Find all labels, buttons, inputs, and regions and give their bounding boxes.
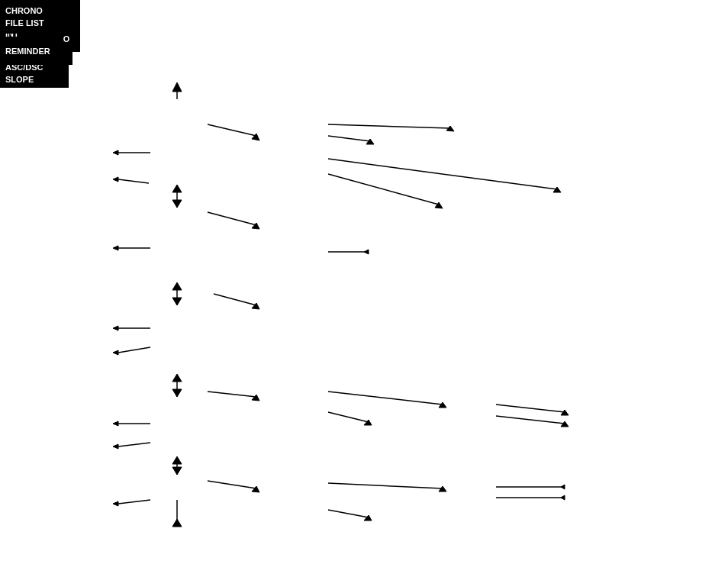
svg-marker-11	[172, 456, 182, 464]
svg-marker-41	[252, 395, 259, 401]
svg-marker-0	[172, 82, 182, 92]
svg-line-22	[328, 174, 439, 205]
svg-marker-29	[252, 223, 259, 229]
svg-line-56	[328, 483, 443, 488]
svg-marker-6	[172, 298, 182, 305]
svg-line-44	[328, 412, 369, 422]
svg-line-58	[328, 510, 369, 517]
svg-marker-55	[252, 486, 259, 492]
svg-marker-37	[113, 326, 118, 330]
svg-line-38	[118, 347, 150, 353]
svg-marker-49	[561, 421, 569, 427]
svg-line-18	[328, 124, 450, 128]
svg-marker-2	[172, 185, 182, 192]
svg-marker-8	[172, 374, 182, 382]
svg-marker-45	[364, 420, 372, 425]
svg-marker-35	[252, 303, 259, 309]
svg-marker-31	[364, 250, 369, 254]
chrono-file-box: CHRONO FILE LIST	[0, 0, 63, 34]
svg-line-28	[208, 212, 256, 225]
svg-marker-9	[172, 389, 182, 397]
svg-marker-21	[553, 187, 561, 192]
svg-line-14	[208, 124, 256, 136]
svg-line-64	[118, 500, 150, 504]
svg-line-26	[118, 179, 149, 183]
svg-line-16	[328, 136, 370, 141]
svg-marker-23	[435, 202, 443, 208]
svg-marker-57	[439, 486, 446, 492]
svg-marker-17	[366, 139, 374, 144]
svg-marker-47	[561, 410, 569, 415]
svg-line-48	[496, 416, 565, 424]
svg-line-52	[118, 443, 150, 446]
svg-marker-19	[446, 126, 454, 131]
svg-marker-39	[113, 350, 118, 355]
svg-line-46	[496, 405, 565, 412]
svg-marker-3	[172, 200, 182, 208]
svg-marker-27	[113, 177, 118, 182]
svg-line-34	[214, 294, 256, 305]
svg-line-54	[208, 481, 256, 488]
svg-marker-66	[172, 519, 182, 527]
svg-marker-12	[172, 467, 182, 475]
svg-marker-61	[561, 485, 565, 489]
svg-marker-43	[439, 402, 446, 408]
svg-marker-33	[113, 246, 118, 250]
svg-marker-63	[561, 495, 565, 500]
svg-line-42	[328, 392, 443, 405]
svg-marker-65	[113, 501, 118, 506]
svg-marker-53	[113, 444, 118, 449]
svg-line-40	[208, 392, 256, 397]
svg-marker-5	[172, 282, 182, 290]
svg-marker-51	[113, 421, 118, 426]
svg-line-20	[328, 159, 557, 189]
svg-marker-25	[113, 150, 118, 155]
svg-marker-15	[252, 134, 259, 140]
svg-marker-59	[364, 515, 372, 521]
